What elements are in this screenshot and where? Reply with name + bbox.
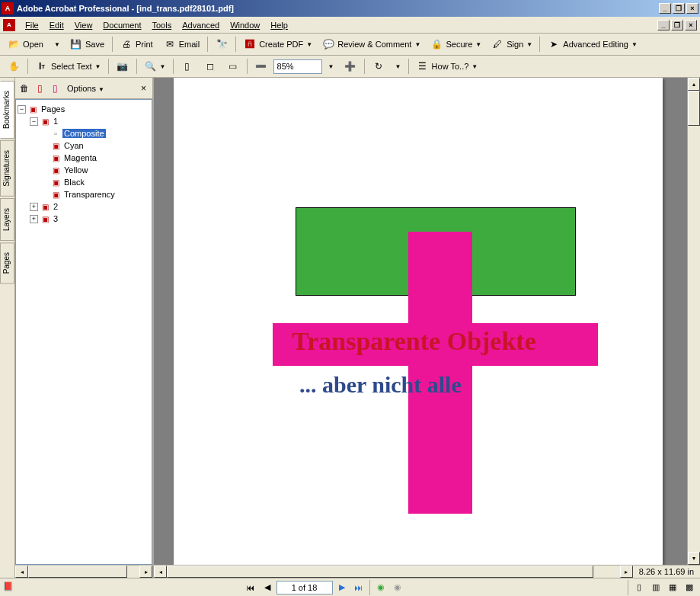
doc-close-button[interactable]: × [685, 20, 697, 30]
hand-tool-button[interactable]: ✋ [3, 57, 24, 75]
open-button[interactable]: 📂Open [3, 35, 48, 53]
collapse-icon[interactable]: − [18, 105, 26, 114]
scroll-right-button[interactable]: ▸ [139, 566, 152, 578]
menu-tools[interactable]: Tools [147, 19, 177, 31]
hscroll-thumb[interactable] [167, 566, 593, 578]
vertical-scrollbar[interactable]: ▴ ▾ [687, 78, 700, 565]
advanced-editing-button[interactable]: ➤Advanced Editing▼ [543, 35, 641, 53]
minimize-button[interactable]: _ [659, 3, 671, 14]
print-button[interactable]: 🖨Print [116, 35, 158, 53]
save-button[interactable]: 💾Save [66, 35, 109, 53]
fit-page-icon: ◻ [204, 60, 216, 72]
snapshot-button[interactable]: 📷 [112, 57, 133, 75]
expand-icon[interactable]: + [30, 215, 38, 223]
menu-file[interactable]: File [20, 19, 44, 31]
zoom-plus-button[interactable]: ➕ [340, 57, 361, 75]
panel-hscroll[interactable]: ◂ ▸ [15, 565, 152, 578]
actual-size-button[interactable]: ▯ [177, 57, 198, 75]
pdf-icon: ▣ [50, 189, 61, 200]
panel-close-button[interactable]: × [138, 83, 149, 94]
doc-minimize-button[interactable]: _ [657, 20, 670, 30]
sign-button[interactable]: 🖊Sign▼ [487, 35, 536, 53]
options-menu[interactable]: Options ▼ [64, 84, 107, 93]
close-button[interactable]: × [686, 3, 698, 14]
menu-window[interactable]: Window [225, 19, 265, 31]
zoom-out-button[interactable]: ➖ [251, 57, 272, 75]
menu-edit[interactable]: Edit [44, 19, 69, 31]
expand-icon[interactable]: + [30, 203, 38, 211]
collapse-icon[interactable]: − [30, 117, 38, 126]
secure-button[interactable]: 🔒Secure▼ [426, 35, 485, 53]
select-text-button[interactable]: ITSelect Text▼ [31, 57, 105, 75]
last-page-button[interactable]: ⏭ [351, 580, 366, 595]
doc-restore-button[interactable]: ❐ [671, 20, 683, 30]
tab-layers[interactable]: Layers [0, 198, 14, 241]
comment-icon: 💬 [322, 38, 334, 50]
tab-pages[interactable]: Pages [0, 242, 14, 284]
tree-page-3[interactable]: + ▣ 3 [18, 213, 150, 225]
page-number-field[interactable]: 1 of 18 [276, 581, 333, 594]
scroll-down-button[interactable]: ▾ [688, 552, 700, 565]
menu-advanced[interactable]: Advanced [177, 19, 225, 31]
list-icon: ☰ [417, 60, 429, 72]
tree-transparency[interactable]: ▣ Transparency [18, 188, 150, 200]
tree-black[interactable]: ▣ Black [18, 176, 150, 188]
create-pdf-button[interactable]: 🅰Create PDF▼ [239, 35, 316, 53]
menu-document[interactable]: Document [97, 19, 146, 31]
hand-icon: ✋ [8, 60, 20, 72]
zoom-in-button[interactable]: 🔍▼ [140, 57, 170, 75]
maximize-button[interactable]: ❐ [673, 3, 685, 14]
pdf-icon: ▣ [40, 201, 50, 212]
search-button[interactable]: 🔭 [211, 35, 232, 53]
bookmarks-panel: 🗑 ▯ ▯ Options ▼ × − ▣ Pages − ▣ 1 ▫ Com [15, 78, 154, 578]
forward-button[interactable]: ◉ [390, 580, 405, 595]
single-page-button[interactable]: ▯ [631, 580, 647, 595]
book-icon[interactable]: 📕 [3, 582, 15, 594]
tree-yellow[interactable]: ▣ Yellow [18, 164, 150, 176]
tree-root-pages[interactable]: − ▣ Pages [18, 103, 150, 115]
menu-view[interactable]: View [69, 19, 98, 31]
next-page-button[interactable]: ▶ [334, 580, 350, 595]
save-icon: 💾 [70, 38, 82, 50]
menu-help[interactable]: Help [265, 19, 293, 31]
rotate-button[interactable]: ↻ [368, 57, 389, 75]
tree-page-1[interactable]: − ▣ 1 [18, 115, 150, 127]
page-dimensions: 8.26 x 11.69 in [633, 566, 700, 578]
first-page-button[interactable]: ⏮ [243, 580, 258, 595]
facing-button[interactable]: ▦ [665, 580, 680, 595]
email-button[interactable]: ✉Email [159, 35, 205, 53]
fit-page-button[interactable]: ◻ [200, 57, 221, 75]
tab-signatures[interactable]: Signatures [0, 140, 14, 197]
scroll-thumb[interactable] [28, 566, 127, 578]
open-dropdown[interactable]: ▼ [50, 38, 64, 51]
prev-page-button[interactable]: ◀ [260, 580, 275, 595]
tree-magenta[interactable]: ▣ Magenta [18, 152, 150, 164]
scroll-right-button[interactable]: ▸ [620, 566, 633, 578]
continuous-facing-button[interactable]: ▩ [682, 580, 697, 595]
menu-bar: A File Edit View Document Tools Advanced… [0, 17, 700, 34]
scroll-left-button[interactable]: ◂ [154, 566, 167, 578]
minus-icon: ➖ [255, 60, 267, 72]
horizontal-scrollbar[interactable]: ◂ ▸ [154, 566, 633, 578]
howto-button[interactable]: ☰How To..?▼ [412, 57, 482, 75]
fit-width-button[interactable]: ▭ [222, 57, 244, 75]
tree-page-2[interactable]: + ▣ 2 [18, 200, 150, 213]
new-bookmark-icon[interactable]: ▯ [34, 82, 46, 95]
scroll-up-button[interactable]: ▴ [688, 78, 700, 91]
toolbar-file: 📂Open ▼ 💾Save 🖨Print ✉Email 🔭 🅰Create PD… [0, 34, 700, 56]
rotate-dropdown[interactable]: ▼ [391, 60, 405, 73]
tree-cyan[interactable]: ▣ Cyan [18, 139, 150, 152]
trash-icon[interactable]: 🗑 [18, 82, 30, 95]
zoom-dropdown[interactable]: ▼ [324, 60, 338, 73]
bookmark-tree-icon[interactable]: ▯ [49, 82, 61, 95]
vscroll-thumb[interactable] [688, 91, 700, 126]
zoom-field[interactable]: 85% [273, 59, 322, 74]
back-button[interactable]: ◉ [373, 580, 388, 595]
plus-icon: ➕ [344, 60, 356, 72]
continuous-button[interactable]: ▥ [648, 580, 663, 595]
tree-composite[interactable]: ▫ Composite [18, 127, 150, 139]
scroll-left-button[interactable]: ◂ [15, 566, 28, 578]
document-viewport[interactable]: Transparente Objekte ... aber nicht alle [154, 78, 687, 565]
tab-bookmarks[interactable]: Bookmarks [0, 81, 14, 139]
review-button[interactable]: 💬Review & Comment▼ [318, 35, 424, 53]
